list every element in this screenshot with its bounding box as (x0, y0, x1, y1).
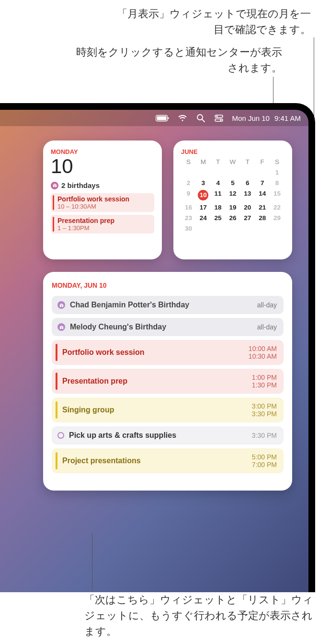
event-color-bar (56, 401, 57, 419)
widget-up-next[interactable]: MONDAY 10 2 birthdays Portfolio work ses… (43, 141, 162, 259)
annotation-list-widget: 「次はこちら」ウィジェットと「リスト」ウィジェットに、もうすぐ行われる予定が表示… (84, 592, 314, 639)
month-day[interactable]: 14 (255, 190, 270, 200)
spotlight-icon[interactable] (196, 113, 205, 123)
widget-month[interactable]: JUNE SMTWTFS1234567891011121314151617181… (173, 141, 292, 259)
month-day[interactable]: 30 (181, 225, 196, 232)
list-event[interactable]: Singing group3:00 PM3:30 PM (52, 398, 284, 422)
event-color-bar (56, 344, 57, 361)
list-event[interactable]: Presentation prep1:00 PM1:30 PM (52, 369, 284, 394)
gift-icon (57, 301, 65, 309)
event-color-bar (56, 373, 57, 390)
gift-icon (51, 182, 58, 189)
widget-list[interactable]: MONDAY, JUN 10 Chad Benjamin Potter's Bi… (43, 272, 292, 491)
list-event-times: 1:00 PM1:30 PM (252, 374, 277, 389)
month-day[interactable]: 18 (211, 204, 226, 211)
month-day[interactable]: 12 (226, 190, 240, 200)
list-event[interactable]: Project presentations5:00 PM7:00 PM (52, 448, 284, 473)
month-day (196, 225, 211, 232)
upnext-event[interactable]: Portfolio work session10 – 10:30AM (51, 193, 154, 212)
list-event[interactable]: Portfolio work session10:00 AM10:30 AM (52, 340, 284, 365)
menubar: Mon Jun 10 9:41 AM (0, 110, 308, 126)
menubar-clock[interactable]: Mon Jun 10 9:41 AM (232, 114, 301, 122)
upnext-birthdays-label: 2 birthdays (61, 181, 100, 189)
month-day[interactable]: 25 (211, 214, 226, 222)
svg-rect-10 (54, 185, 55, 187)
month-day[interactable]: 21 (255, 204, 270, 211)
month-day[interactable]: 9 (181, 190, 196, 200)
month-day[interactable]: 24 (196, 214, 211, 222)
month-day[interactable]: 23 (181, 214, 196, 222)
month-day (226, 225, 240, 232)
upnext-event[interactable]: Presentation prep1 – 1:30PM (51, 215, 154, 234)
month-day[interactable]: 2 (181, 179, 196, 187)
list-event-name: Singing group (62, 406, 247, 414)
list-event-times: 5:00 PM7:00 PM (252, 453, 277, 468)
svg-point-3 (197, 115, 203, 120)
month-day[interactable]: 22 (270, 204, 284, 211)
event-color-bar (56, 452, 57, 469)
list-event-times: all-day (257, 323, 277, 331)
month-day (255, 169, 270, 176)
month-title: JUNE (181, 148, 284, 155)
month-day[interactable]: 16 (181, 204, 196, 211)
month-dow: M (196, 158, 211, 165)
month-day[interactable]: 13 (240, 190, 255, 200)
month-day (211, 169, 226, 176)
month-day[interactable]: 27 (240, 214, 255, 222)
list-event-name: Presentation prep (62, 377, 247, 386)
month-grid: SMTWTFS123456789101112131415161718192021… (181, 158, 284, 232)
list-event-times: all-day (257, 301, 277, 309)
control-center-icon[interactable] (214, 113, 224, 123)
month-day[interactable]: 8 (270, 179, 284, 187)
svg-rect-16 (61, 327, 61, 329)
list-event-name: Chad Benjamin Potter's Birthday (70, 301, 252, 309)
list-event-times: 3:30 PM (252, 432, 277, 439)
month-day[interactable]: 4 (211, 179, 226, 187)
month-day[interactable]: 15 (270, 190, 284, 200)
month-day (255, 225, 270, 232)
reminder-circle-icon (57, 432, 64, 439)
month-day[interactable]: 28 (255, 214, 270, 222)
month-day[interactable]: 1 (270, 169, 284, 176)
svg-rect-17 (59, 326, 63, 327)
list-event[interactable]: Chad Benjamin Potter's Birthdayall-day (52, 296, 284, 314)
svg-rect-11 (53, 185, 56, 185)
month-day[interactable]: 17 (196, 204, 211, 211)
month-day[interactable]: 7 (255, 179, 270, 187)
month-day[interactable]: 10 (196, 190, 211, 200)
svg-rect-13 (61, 304, 61, 307)
month-dow: T (240, 158, 255, 165)
list-event[interactable]: Pick up arts & crafts supplies3:30 PM (52, 426, 284, 445)
list-event-times: 10:00 AM10:30 AM (249, 345, 277, 360)
month-day[interactable]: 11 (211, 190, 226, 200)
menubar-date: Mon Jun 10 (232, 114, 270, 122)
list-event-name: Project presentations (62, 457, 247, 465)
annotation-month-widget: 「月表示」ウィジェットで現在の月を一目で確認できます。 (110, 6, 311, 37)
month-dow: T (211, 158, 226, 165)
month-day[interactable]: 20 (240, 204, 255, 211)
month-day[interactable]: 5 (226, 179, 240, 187)
month-dow: S (181, 158, 196, 165)
month-day (211, 225, 226, 232)
month-day (240, 169, 255, 176)
month-day[interactable]: 3 (196, 179, 211, 187)
list-event[interactable]: Melody Cheung's Birthdayall-day (52, 318, 284, 336)
upnext-daynum: 10 (51, 156, 154, 176)
upnext-event-title: Presentation prep (57, 217, 150, 224)
month-dow: W (226, 158, 240, 165)
gift-icon (57, 323, 65, 331)
list-event-name: Portfolio work session (62, 348, 244, 357)
month-day (196, 169, 211, 176)
month-day[interactable]: 26 (226, 214, 240, 222)
month-day[interactable]: 6 (240, 179, 255, 187)
svg-rect-2 (168, 117, 169, 119)
upnext-birthdays: 2 birthdays (51, 181, 154, 189)
list-event-name: Melody Cheung's Birthday (70, 323, 252, 331)
month-day[interactable]: 29 (270, 214, 284, 222)
svg-rect-1 (157, 116, 166, 120)
svg-rect-7 (215, 119, 223, 121)
device-frame: Mon Jun 10 9:41 AM MONDAY 10 2 birthdays… (0, 103, 315, 592)
month-day[interactable]: 19 (226, 204, 240, 211)
svg-point-8 (220, 119, 221, 121)
annotation-notification-center: 時刻をクリックすると通知センターが表示されます。 (71, 44, 282, 76)
